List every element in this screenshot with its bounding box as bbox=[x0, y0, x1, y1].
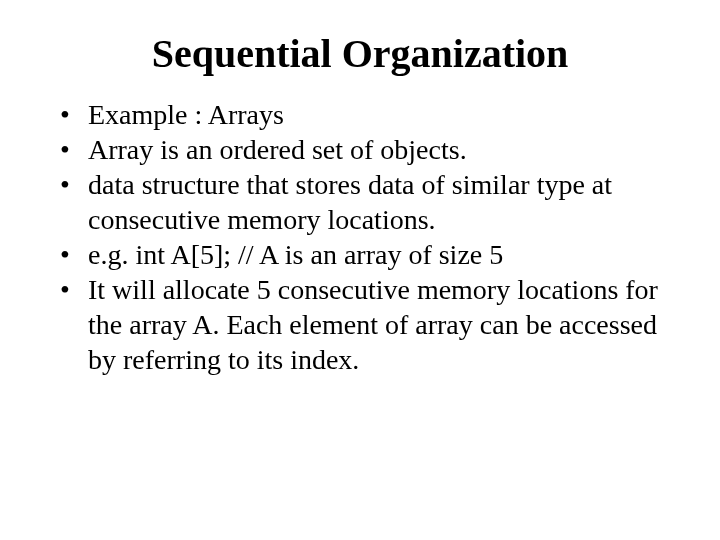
list-item: Array is an ordered set of objects. bbox=[60, 132, 680, 167]
list-item: Example : Arrays bbox=[60, 97, 680, 132]
bullet-list: Example : Arrays Array is an ordered set… bbox=[60, 97, 680, 377]
list-item: It will allocate 5 consecutive memory lo… bbox=[60, 272, 680, 377]
slide-title: Sequential Organization bbox=[40, 30, 680, 77]
list-item: data structure that stores data of simil… bbox=[60, 167, 680, 237]
list-item: e.g. int A[5]; // A is an array of size … bbox=[60, 237, 680, 272]
slide: Sequential Organization Example : Arrays… bbox=[0, 0, 720, 540]
